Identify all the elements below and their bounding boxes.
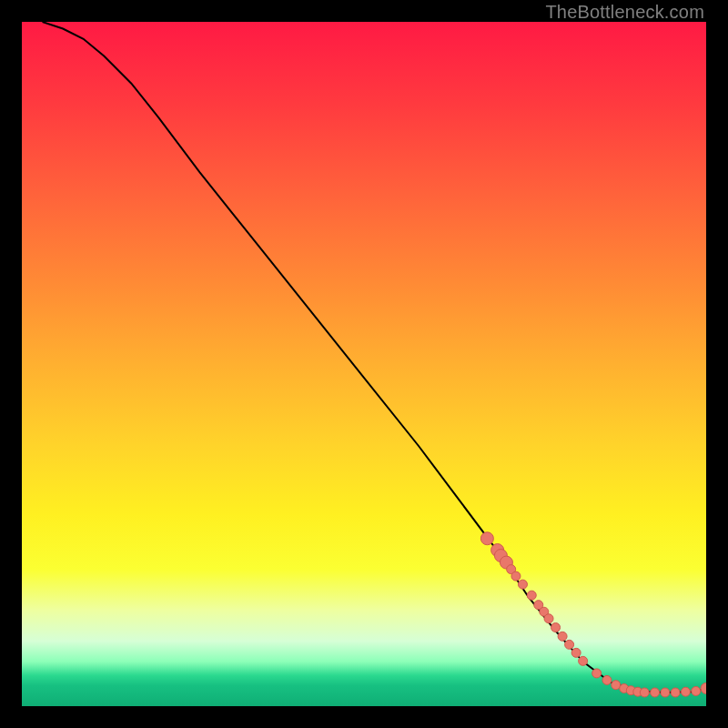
data-dot: [640, 688, 649, 697]
data-dot: [592, 669, 602, 678]
data-dot: [527, 591, 536, 600]
chart-svg: [22, 22, 706, 706]
data-dot: [671, 688, 680, 697]
data-dot: [579, 656, 588, 665]
data-dot: [661, 688, 670, 697]
data-dot: [558, 632, 567, 641]
data-dot: [551, 623, 561, 632]
chart-plot-area: [22, 22, 706, 706]
data-dot: [681, 687, 690, 696]
watermark-text: TheBottleneck.com: [545, 2, 704, 23]
data-dot: [544, 614, 553, 623]
data-dot: [565, 640, 574, 649]
data-dot: [602, 675, 612, 684]
heat-background: [22, 22, 706, 706]
data-dot: [651, 688, 660, 697]
data-dot: [518, 580, 527, 589]
data-dot: [511, 571, 521, 581]
data-dot: [480, 532, 493, 545]
data-dot: [612, 681, 621, 690]
data-dot: [692, 686, 701, 695]
data-dot: [571, 648, 581, 657]
